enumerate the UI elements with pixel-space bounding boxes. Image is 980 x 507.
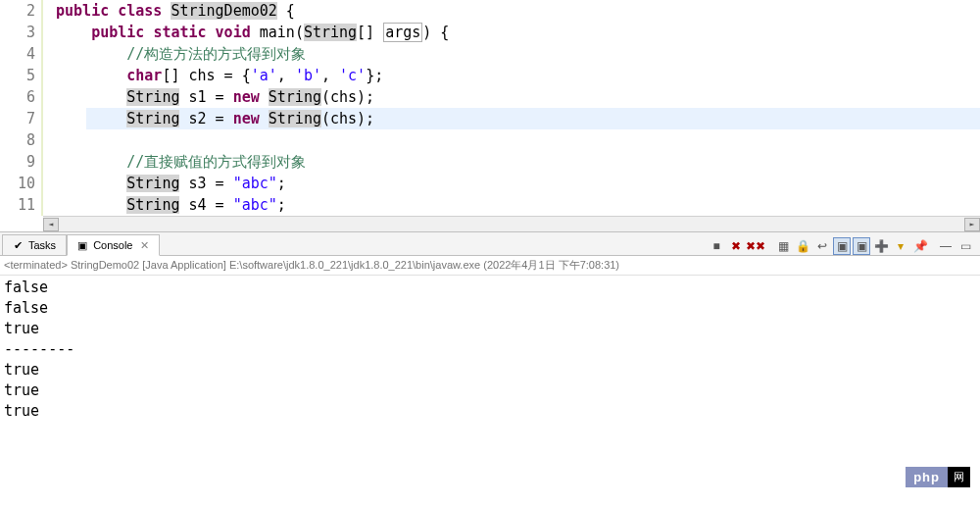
launch-config-name: StringDemo02 [Java Application] bbox=[71, 259, 226, 271]
console-pane: ✔ Tasks ▣ Console ✕ ■ ✖ ✖✖ ▦ 🔒 ↩ ▣ ▣ ➕ ▾… bbox=[0, 232, 980, 507]
horizontal-scrollbar[interactable]: ◄ ► bbox=[43, 216, 980, 231]
line-number: 11 bbox=[0, 194, 35, 216]
show-stderr-button[interactable]: ▣ bbox=[853, 237, 870, 255]
line-number: 3 bbox=[0, 22, 35, 43]
pin-console-icon[interactable]: 📌 bbox=[911, 237, 929, 255]
javaw-path: E:\software\jdk1.8.0_221\jdk1.8.0_221\bi… bbox=[229, 259, 480, 271]
maximize-icon[interactable]: ▭ bbox=[956, 237, 974, 255]
console-toolbar: ■ ✖ ✖✖ ▦ 🔒 ↩ ▣ ▣ ➕ ▾ 📌 — ▭ bbox=[708, 237, 980, 255]
tab-label: Console bbox=[93, 239, 132, 251]
console-icon: ▣ bbox=[75, 238, 89, 252]
code-content[interactable]: public class StringDemo02 { public stati… bbox=[43, 0, 980, 216]
terminated-prefix: <terminated> bbox=[4, 259, 68, 271]
display-selected-icon[interactable]: ▾ bbox=[892, 237, 909, 255]
watermark: php 网 bbox=[906, 467, 970, 487]
line-number: 8 bbox=[0, 129, 35, 151]
show-stdout-button[interactable]: ▣ bbox=[833, 237, 851, 255]
line-number: 7 bbox=[0, 108, 35, 129]
tab-console[interactable]: ▣ Console ✕ bbox=[67, 234, 160, 256]
scroll-left-icon[interactable]: ◄ bbox=[43, 218, 59, 231]
scroll-track[interactable] bbox=[59, 218, 964, 231]
line-number: 4 bbox=[0, 43, 35, 65]
remove-all-icon[interactable]: ✖✖ bbox=[747, 237, 764, 255]
line-number: 10 bbox=[0, 173, 35, 194]
line-number: 9 bbox=[0, 151, 35, 173]
code-area[interactable]: 2 3 4 5 6 7 8 9 10 11 public class Strin… bbox=[0, 0, 980, 216]
editor-pane: 2 3 4 5 6 7 8 9 10 11 public class Strin… bbox=[0, 0, 980, 232]
tab-tasks[interactable]: ✔ Tasks bbox=[2, 234, 67, 255]
open-console-icon[interactable]: ➕ bbox=[872, 237, 890, 255]
terminated-status: <terminated> StringDemo02 [Java Applicat… bbox=[0, 256, 980, 276]
scroll-lock-icon[interactable]: 🔒 bbox=[794, 237, 811, 255]
tasks-icon: ✔ bbox=[11, 238, 24, 252]
line-number-gutter: 2 3 4 5 6 7 8 9 10 11 bbox=[0, 0, 43, 216]
clear-console-icon[interactable]: ▦ bbox=[774, 237, 792, 255]
line-number: 2 bbox=[0, 0, 35, 22]
cn-badge: 网 bbox=[948, 467, 970, 487]
minimize-icon[interactable]: — bbox=[937, 237, 955, 255]
word-wrap-icon[interactable]: ↩ bbox=[813, 237, 831, 255]
line-number: 5 bbox=[0, 65, 35, 86]
console-output[interactable]: false false true -------- true true true bbox=[0, 276, 980, 507]
launch-timestamp: (2022年4月1日 下午7:08:31) bbox=[483, 259, 619, 271]
remove-terminated-icon[interactable]: ✖ bbox=[727, 237, 745, 255]
scroll-right-icon[interactable]: ► bbox=[964, 218, 980, 231]
close-tab-icon[interactable]: ✕ bbox=[136, 239, 149, 252]
php-logo: php bbox=[906, 467, 948, 487]
view-tabs-bar: ✔ Tasks ▣ Console ✕ ■ ✖ ✖✖ ▦ 🔒 ↩ ▣ ▣ ➕ ▾… bbox=[0, 232, 980, 256]
tab-label: Tasks bbox=[28, 239, 56, 251]
line-number: 6 bbox=[0, 86, 35, 108]
terminate-icon[interactable]: ■ bbox=[708, 237, 725, 255]
